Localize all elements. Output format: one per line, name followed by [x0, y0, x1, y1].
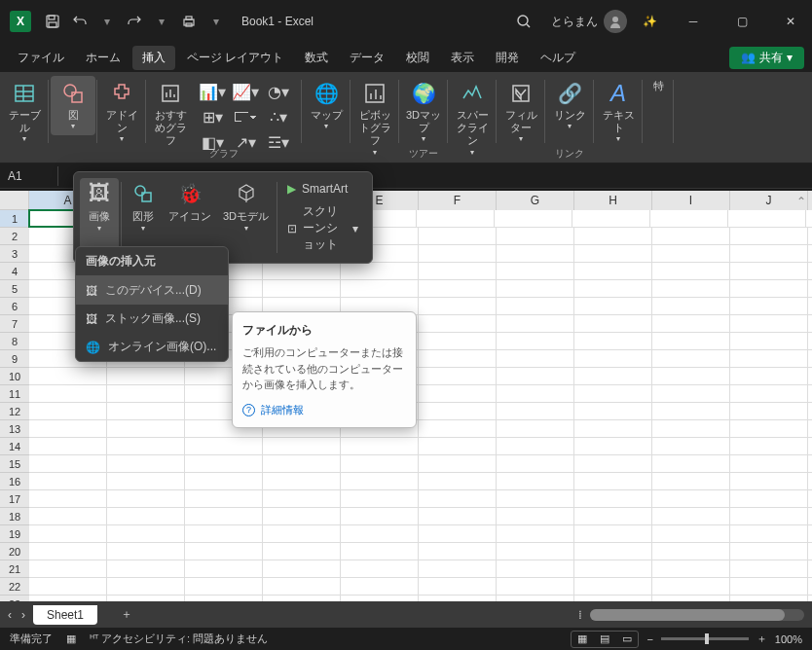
zoom-level[interactable]: 100%	[775, 633, 802, 645]
online-image-item[interactable]: 🌐オンライン画像(O)...	[76, 333, 228, 361]
cell[interactable]	[417, 210, 495, 227]
cell[interactable]	[29, 455, 107, 472]
row-header[interactable]: 4	[0, 263, 29, 280]
cell[interactable]	[341, 280, 419, 297]
from-device-item[interactable]: 🖼このデバイス...(D)	[76, 276, 228, 305]
tab-review[interactable]: 校閲	[396, 46, 439, 70]
tooltip-link[interactable]: ?詳細情報	[242, 403, 406, 417]
cell[interactable]	[263, 263, 341, 279]
cell[interactable]	[652, 525, 730, 542]
zoom-in-icon[interactable]: ＋	[757, 632, 767, 646]
row-header[interactable]: 7	[0, 315, 29, 333]
zoom-slider[interactable]	[661, 637, 749, 640]
row-header[interactable]: 8	[0, 333, 29, 350]
cell[interactable]	[497, 508, 574, 524]
cell[interactable]	[497, 420, 574, 437]
cell[interactable]	[29, 508, 107, 524]
cell[interactable]	[107, 403, 185, 419]
cell[interactable]	[185, 560, 263, 577]
special-button[interactable]: 特	[645, 76, 672, 96]
cell[interactable]	[419, 263, 497, 279]
cell[interactable]	[341, 543, 419, 560]
cell[interactable]	[107, 473, 185, 489]
cell[interactable]	[497, 525, 574, 542]
cell[interactable]	[263, 455, 341, 472]
cell[interactable]	[495, 210, 572, 227]
sheet-tab[interactable]: Sheet1	[33, 605, 97, 625]
cell[interactable]	[730, 508, 808, 524]
cell[interactable]	[419, 298, 497, 314]
tab-data[interactable]: データ	[340, 46, 394, 70]
row-header[interactable]: 2	[0, 228, 29, 245]
cell[interactable]	[730, 298, 808, 314]
cell[interactable]	[419, 490, 497, 507]
cell[interactable]	[652, 473, 730, 489]
tab-view[interactable]: 表示	[441, 46, 484, 70]
cell[interactable]	[574, 228, 652, 244]
cell[interactable]	[730, 228, 808, 244]
cell[interactable]	[497, 473, 574, 489]
cell[interactable]	[574, 420, 652, 437]
search-icon[interactable]	[502, 2, 545, 41]
table-button[interactable]: テーブル▾	[2, 76, 47, 148]
cell[interactable]	[652, 508, 730, 524]
map-button[interactable]: 🌐マップ▾	[304, 76, 349, 135]
chart-stat-icon[interactable]: ⫍▾	[230, 105, 261, 128]
avatar[interactable]	[604, 10, 627, 33]
image-button[interactable]: 🖼画像▾	[80, 178, 119, 257]
cell[interactable]	[419, 420, 497, 437]
chart-scatter-icon[interactable]: ∴▾	[263, 105, 294, 128]
more-icon[interactable]: ▾	[204, 10, 228, 33]
cell[interactable]	[574, 368, 652, 384]
cell[interactable]	[728, 210, 806, 227]
cell[interactable]	[497, 315, 574, 332]
tab-insert[interactable]: 挿入	[132, 46, 175, 70]
cell[interactable]	[497, 368, 574, 384]
normal-view-icon[interactable]: ▦	[572, 632, 593, 647]
cell[interactable]	[730, 543, 808, 560]
close-button[interactable]: ✕	[769, 2, 812, 41]
cell[interactable]	[730, 403, 808, 419]
cell[interactable]	[29, 525, 107, 542]
tab-help[interactable]: ヘルプ	[531, 46, 585, 70]
cell[interactable]	[730, 385, 808, 402]
cell[interactable]	[185, 508, 263, 524]
row-header[interactable]: 11	[0, 385, 29, 403]
cell[interactable]	[29, 403, 107, 419]
cell[interactable]	[652, 490, 730, 507]
row-header[interactable]: 19	[0, 525, 29, 543]
chart-pie-icon[interactable]: ◔▾	[263, 80, 294, 103]
cell[interactable]	[730, 280, 808, 297]
cell[interactable]	[730, 473, 808, 489]
tab-scroll-icon[interactable]: ⁞	[578, 608, 582, 622]
cell[interactable]	[652, 368, 730, 384]
cell[interactable]	[107, 525, 185, 542]
cell[interactable]	[652, 263, 730, 279]
tab-formula[interactable]: 数式	[295, 46, 338, 70]
cell[interactable]	[497, 298, 574, 314]
chart-bar-icon[interactable]: 📊▾	[197, 80, 228, 103]
screenshot-button[interactable]: ⊡スクリーンショット ▾	[285, 201, 360, 255]
cell[interactable]	[29, 560, 107, 577]
cell[interactable]	[730, 578, 808, 595]
cell[interactable]	[574, 385, 652, 402]
cell[interactable]	[574, 490, 652, 507]
name-box[interactable]: A1	[0, 166, 58, 186]
cell[interactable]	[341, 455, 419, 472]
cell[interactable]	[419, 315, 497, 332]
cell[interactable]	[652, 280, 730, 297]
addins-button[interactable]: アドイン▾	[99, 76, 144, 148]
cell[interactable]	[574, 525, 652, 542]
cell[interactable]	[419, 508, 497, 524]
redo-icon[interactable]	[123, 10, 146, 33]
cell[interactable]	[263, 490, 341, 507]
cell[interactable]	[419, 403, 497, 419]
nav-next-icon[interactable]: ›	[21, 608, 25, 622]
cell[interactable]	[263, 525, 341, 542]
cell[interactable]	[341, 438, 419, 454]
cell[interactable]	[29, 368, 107, 384]
cell[interactable]	[419, 280, 497, 297]
cell[interactable]	[574, 280, 652, 297]
cell[interactable]	[730, 245, 808, 262]
page-break-icon[interactable]: ▭	[616, 632, 638, 647]
